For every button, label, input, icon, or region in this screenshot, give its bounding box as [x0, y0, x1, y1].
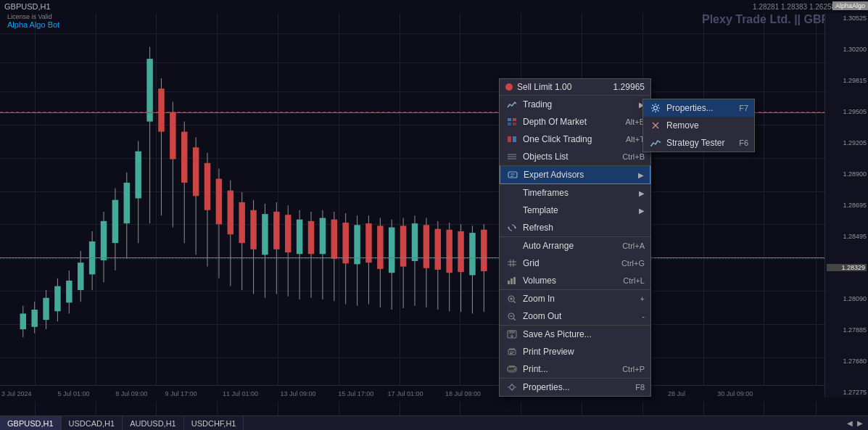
auto-arrange-label: Auto Arrange: [523, 241, 616, 251]
svg-point-128: [654, 107, 658, 110]
time-3: 9 Jul 17:00: [165, 390, 197, 397]
volumes-icon: [505, 275, 518, 286]
svg-rect-87: [513, 123, 516, 125]
menu-item-auto-arrange[interactable]: Auto Arrange Ctrl+A: [500, 236, 650, 255]
dom-label: Depth Of Market: [523, 117, 619, 127]
candles-chart: [0, 0, 868, 415]
svg-rect-103: [511, 278, 513, 284]
svg-rect-88: [508, 136, 511, 142]
alpha-badge: AlphaAlgo: [832, 1, 868, 10]
menu-item-template[interactable]: Template ▶: [500, 202, 650, 219]
tab-gbpusd[interactable]: GBPUSD,H1: [0, 416, 62, 431]
tab-audusd[interactable]: AUDUSD,H1: [123, 416, 184, 431]
menu-item-trading[interactable]: Trading ▶: [500, 96, 650, 113]
objects-shortcut: Ctrl+B: [622, 152, 645, 161]
submenu-strategy-tester[interactable]: Strategy Tester F6: [643, 134, 754, 152]
zoom-out-label: Zoom Out: [523, 311, 636, 321]
sell-dot: [505, 83, 513, 91]
menu-item-refresh[interactable]: Refresh: [500, 219, 650, 236]
zoom-in-label: Zoom In: [523, 294, 635, 304]
menu-item-volumes[interactable]: Volumes Ctrl+L: [500, 272, 650, 289]
svg-rect-55: [331, 220, 337, 259]
auto-arrange-icon: [505, 240, 518, 252]
svg-rect-65: [389, 228, 394, 273]
price-label-4: 1.29205: [827, 139, 867, 146]
svg-rect-121: [509, 370, 515, 373]
menu-item-expert-advisors[interactable]: Expert Advisors ▶: [500, 165, 650, 184]
menu-item-print-preview[interactable]: Print Preview: [500, 343, 650, 360]
license-label: License is Valid: [7, 13, 52, 20]
svg-rect-93: [508, 172, 517, 178]
tab-gbpusd-label: GBPUSD,H1: [7, 419, 54, 428]
svg-rect-39: [239, 202, 244, 243]
template-icon: [505, 204, 518, 216]
svg-line-111: [513, 318, 516, 321]
svg-rect-69: [412, 223, 418, 261]
price-label-6: 1.28695: [827, 202, 867, 209]
strategy-tester-shortcut: F6: [739, 138, 748, 147]
time-6: 15 Jul 17:00: [338, 390, 373, 397]
svg-marker-96: [515, 226, 516, 229]
ea-remove-label: Remove: [666, 120, 748, 131]
menu-item-dom[interactable]: Depth Of Market Alt+B: [500, 113, 650, 131]
tab-scroll-left[interactable]: ◀: [845, 419, 855, 427]
ea-arrow: ▶: [638, 171, 644, 179]
sell-limit-label: Sell Limit 1.00: [517, 82, 613, 92]
svg-line-134: [658, 110, 659, 112]
svg-line-133: [653, 105, 654, 107]
menu-item-properties[interactable]: Properties... F8: [500, 378, 650, 396]
menu-item-zoom-in[interactable]: Zoom In +: [500, 289, 650, 307]
svg-rect-116: [509, 348, 515, 350]
tab-usdcad[interactable]: USDCAD,H1: [62, 416, 123, 431]
tab-usdcad-label: USDCAD,H1: [69, 419, 115, 428]
tab-usdchf[interactable]: USDCHF,H1: [184, 416, 244, 431]
print-preview-label: Print Preview: [523, 347, 645, 357]
svg-rect-41: [250, 210, 256, 249]
zoom-in-icon: [505, 293, 518, 305]
one-click-label: One Click Trading: [523, 134, 620, 144]
price-label-7: 1.28495: [827, 233, 867, 240]
dom-shortcut: Alt+B: [625, 117, 645, 126]
svg-rect-43: [262, 214, 268, 255]
svg-rect-84: [508, 118, 511, 121]
price-label-8: 1.28090: [827, 295, 867, 302]
menu-item-grid[interactable]: Grid Ctrl+G: [500, 255, 650, 272]
submenu-ea-remove[interactable]: Remove: [643, 117, 754, 134]
current-price-line: [0, 257, 824, 258]
menu-item-objects[interactable]: Objects List Ctrl+B: [500, 148, 650, 165]
tab-usdchf-label: USDCHF,H1: [191, 419, 236, 428]
svg-rect-37: [228, 191, 233, 235]
price-label-1: 1.30200: [827, 46, 867, 53]
svg-rect-118: [510, 353, 513, 354]
time-8: 18 Jul 09:00: [445, 390, 481, 397]
svg-rect-11: [78, 262, 83, 290]
refresh-icon: [505, 222, 518, 233]
time-0: 3 Jul 2024: [1, 390, 32, 397]
svg-rect-47: [285, 215, 291, 252]
menu-item-timeframes[interactable]: Timeframes ▶: [500, 184, 650, 202]
tab-scroll-right[interactable]: ▶: [855, 419, 865, 427]
sell-limit-price: 1.29965: [613, 82, 645, 92]
svg-rect-89: [513, 136, 516, 142]
menu-item-print[interactable]: Print... Ctrl+P: [500, 360, 650, 378]
menu-item-save-picture[interactable]: Save As Picture...: [500, 325, 650, 343]
sell-limit-header[interactable]: Sell Limit 1.00 1.29965: [500, 79, 650, 96]
svg-rect-33: [204, 163, 210, 210]
svg-rect-113: [509, 331, 515, 334]
svg-rect-102: [508, 281, 510, 284]
ea-label: Expert Advisors: [524, 170, 635, 180]
menu-item-one-click[interactable]: One Click Trading Alt+T: [500, 131, 650, 148]
menu-item-zoom-out[interactable]: Zoom Out -: [500, 307, 650, 325]
svg-line-108: [513, 301, 516, 303]
template-label: Template: [523, 205, 636, 215]
chart-icon: [505, 99, 518, 110]
algo-bot-label: Alpha Algo Bot: [7, 20, 59, 29]
gear-icon: [649, 102, 662, 114]
timeframes-icon: [505, 187, 518, 199]
submenu-ea-properties[interactable]: Properties... F7: [643, 99, 754, 117]
volumes-label: Volumes: [523, 276, 617, 286]
svg-rect-29: [181, 132, 187, 183]
grid-label: Grid: [523, 258, 616, 268]
time-12: 28 Jul: [668, 390, 685, 397]
print-shortcut: Ctrl+P: [622, 365, 645, 373]
